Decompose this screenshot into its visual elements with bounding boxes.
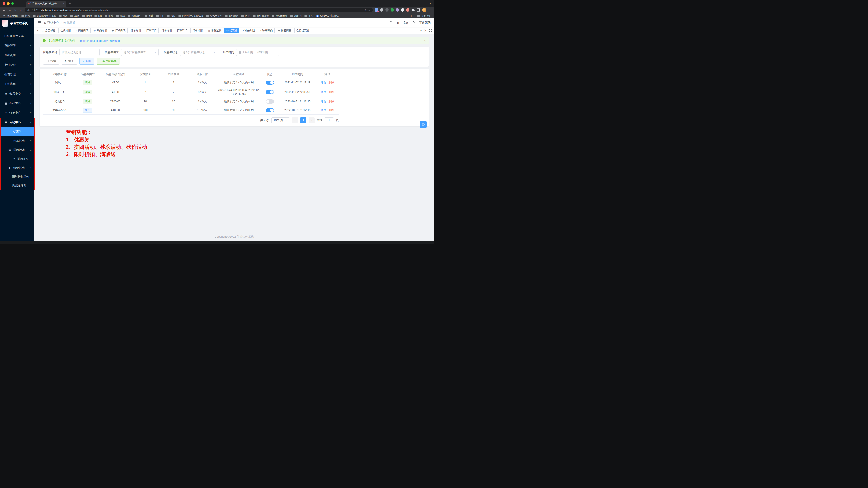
tab-tag[interactable]: 订单详情 (129, 28, 143, 33)
extension-icon[interactable] (396, 8, 399, 11)
security-label[interactable]: 不安全 (31, 8, 38, 11)
forward-button[interactable]: → (8, 8, 11, 12)
sidebar-item[interactable]: Cloud 开发文档 (0, 31, 34, 41)
tab-tag[interactable]: 订单详情 (144, 28, 158, 33)
reset-button[interactable]: ↻ 重置 (62, 58, 77, 65)
new-tab-button[interactable]: + (69, 1, 71, 6)
page-size-select[interactable]: 10条/页 ∨ (271, 117, 290, 123)
bookmark-item[interactable]: DB (93, 14, 103, 18)
bookmark-item[interactable]: 生活 (303, 14, 314, 18)
tab-tag[interactable]: 会员优惠券 (294, 28, 311, 33)
bookmark-page-star-icon[interactable]: ☆ (368, 8, 370, 11)
sidebar-item[interactable]: ◧砍价活动∧ (0, 163, 34, 172)
bookmark-item[interactable]: 游戏 (115, 14, 126, 18)
coupon-status-select[interactable]: 请选择优惠券状态 ∨ (180, 49, 217, 56)
sidebar-item[interactable]: 基础设施∨ (0, 51, 34, 60)
status-toggle[interactable] (266, 108, 274, 112)
bookmark-item[interactable]: 2014-4 (289, 14, 303, 18)
sidebar-item[interactable]: 工作流程∨ (0, 79, 34, 89)
tab-tag[interactable]: ○商品列表 (74, 28, 91, 33)
tab-tag[interactable]: 订单详情 (190, 28, 205, 33)
bookmark-item[interactable]: 博客未整理 (271, 14, 288, 18)
zoom-window-button[interactable] (11, 2, 14, 5)
breadcrumb-item[interactable]: ◎优惠券 (63, 21, 75, 25)
profile-avatar[interactable] (422, 8, 426, 12)
sidebar-item[interactable]: ▤拼团活动∧ (0, 145, 34, 154)
coupon-type-select[interactable]: 请选择优惠券类型 ∨ (121, 49, 158, 56)
back-button[interactable]: ← (2, 8, 6, 12)
side-panel-icon[interactable] (417, 8, 420, 11)
bookmark-item[interactable]: 设计 (144, 14, 154, 18)
bookmark-item[interactable]: 运营 (20, 14, 31, 18)
scroll-tags-right-icon[interactable]: » (420, 29, 422, 32)
settings-fab[interactable] (420, 121, 427, 128)
fullscreen-icon[interactable] (390, 21, 393, 24)
delete-link[interactable]: 删除 (329, 90, 334, 94)
prev-page-button[interactable]: ‹ (292, 117, 298, 123)
tab-tag[interactable]: ◔秒杀商品 (258, 28, 275, 33)
bookmark-item[interactable]: 前端 (103, 14, 114, 18)
sidebar-item[interactable]: 报表管理∨ (0, 70, 34, 79)
browser-menu-icon[interactable]: ⋮ (428, 8, 432, 11)
sidebar-item[interactable]: ⊞营销中心∧ (0, 118, 34, 127)
bookmark-item[interactable]: ★Bookmarks (2, 14, 20, 18)
edit-link[interactable]: 修改 (321, 90, 327, 94)
close-tab-icon[interactable]: × (63, 2, 64, 5)
sidebar-item[interactable]: ▣商品中心∨ (0, 98, 34, 108)
close-window-button[interactable] (3, 2, 5, 5)
date-range-picker[interactable]: ▦ 开始日期 – 结束日期 (236, 49, 279, 56)
sidebar-item[interactable]: ◔秒杀活动∨ (0, 136, 34, 145)
refresh-page-icon[interactable]: ↻ (423, 29, 426, 32)
reload-button[interactable]: ↻ (13, 8, 17, 12)
breadcrumb-item[interactable]: ⊞营销中心 (44, 21, 59, 25)
tab-tag[interactable]: ▤订单列表 (110, 28, 127, 33)
bookmarks-overflow-icon[interactable]: » (409, 15, 414, 18)
extension-icon[interactable] (385, 8, 389, 11)
sidebar-item[interactable]: ◎优惠券 (0, 127, 34, 136)
bookmark-item[interactable]: 网站/博客/文章/工具 (177, 14, 205, 18)
sidebar-item[interactable]: ◉会员中心∨ (0, 89, 34, 98)
bookmark-item[interactable]: 近期需要读的文章 (32, 14, 57, 18)
bookmark-item[interactable]: PHP (240, 14, 251, 18)
tab-tag[interactable]: ◎商品详情 (92, 28, 109, 33)
current-user[interactable]: 芋道源码 (419, 21, 431, 25)
search-button[interactable]: 搜索 (43, 58, 59, 65)
member-coupon-button[interactable]: ≡ 会员优惠券 (97, 58, 120, 65)
bookmark-item[interactable]: 项目 (166, 14, 177, 18)
extension-icon[interactable] (375, 8, 378, 11)
tab-search-chevron-icon[interactable]: ∨ (429, 2, 431, 5)
delete-link[interactable]: 删除 (329, 81, 334, 84)
delete-link[interactable]: 删除 (329, 108, 334, 112)
bookmark-item[interactable]: 搜索 (58, 14, 68, 18)
current-page-button[interactable]: 1 (300, 117, 306, 123)
add-button[interactable]: + 新增 (80, 58, 94, 65)
minimize-window-button[interactable] (7, 2, 9, 5)
sidebar-item[interactable]: 满减送活动 (0, 181, 34, 190)
close-alert-icon[interactable]: × (424, 39, 426, 42)
delete-link[interactable]: 删除 (329, 100, 334, 103)
send-to-device-icon[interactable]: ↥ (365, 8, 367, 11)
bookmark-item[interactable]: Java (69, 14, 80, 18)
bookmark-item[interactable]: 其他语言 (224, 14, 239, 18)
tab-tag[interactable]: ▢会员标签 (40, 28, 57, 33)
status-toggle[interactable] (266, 99, 274, 104)
extension-icon[interactable] (380, 8, 383, 11)
edit-link[interactable]: 修改 (321, 108, 327, 112)
extension-icon[interactable] (401, 8, 404, 11)
sidebar-item[interactable]: 支付管理∨ (0, 60, 34, 70)
tab-tag[interactable]: ▥售后退款 (206, 28, 223, 33)
status-toggle[interactable] (266, 81, 274, 85)
bookmark-item[interactable]: 文件服务器 (252, 14, 270, 18)
tab-tag[interactable]: 会员详情 (59, 28, 73, 33)
tab-tag[interactable]: ◔秒杀时段 (240, 28, 257, 33)
scroll-tags-left-icon[interactable]: « (36, 29, 39, 32)
tab-tag[interactable]: 订单详情 (175, 28, 189, 33)
other-bookmarks[interactable]: 其他书签 (416, 14, 432, 18)
next-page-button[interactable]: › (309, 117, 315, 123)
layout-grid-icon[interactable] (429, 29, 432, 32)
edit-link[interactable]: 修改 (321, 100, 327, 103)
sidebar-item[interactable]: 限时折扣活动 (0, 172, 34, 181)
font-size-icon[interactable]: Tr (397, 21, 399, 24)
doc-link[interactable]: https://doc.iocoder.cn/mall/build/ (80, 39, 120, 42)
notification-bell-icon[interactable] (412, 21, 415, 24)
